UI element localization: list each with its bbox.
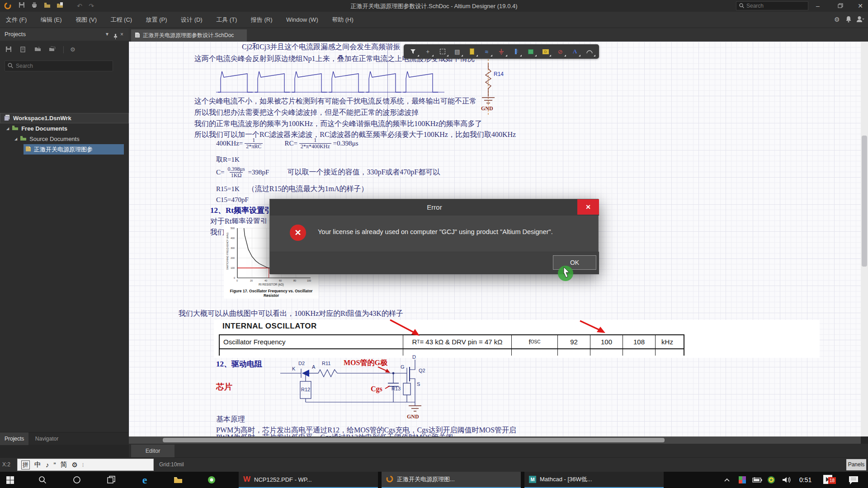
selection-icon[interactable] — [436, 46, 449, 57]
task-view-icon[interactable] — [101, 472, 121, 488]
cortana-icon[interactable] — [67, 472, 87, 488]
error-dialog: Error ✕ ✕ Your license is already used o… — [269, 199, 599, 274]
start-button[interactable] — [0, 472, 20, 488]
user-icon[interactable] — [856, 16, 865, 24]
action-center-icon[interactable] — [844, 472, 863, 488]
horizontal-scrollbar-thumb[interactable] — [163, 438, 665, 442]
filter-icon[interactable] — [406, 46, 420, 57]
tree-item-source-documents[interactable]: ◢ Source Documents — [0, 134, 129, 144]
part-icon[interactable] — [524, 46, 538, 57]
close-panel-icon[interactable]: × — [120, 28, 123, 41]
svg-text:400: 400 — [231, 237, 235, 239]
net-label-icon[interactable]: D — [539, 46, 552, 57]
tree-item-workspace[interactable]: Workspace1.DsnWrk — [0, 113, 129, 123]
formula-c: C= 0.398μs1KΩ =398pF 可以取一个接近的容值，330pF或者4… — [216, 166, 440, 178]
ime-more-icon[interactable]: ⁞ — [82, 462, 84, 468]
ime-lang-icon[interactable]: 中 — [34, 460, 41, 469]
browser-360-icon[interactable] — [202, 472, 222, 488]
gate-drive-circuit: K D2 A R11 R12 D G Q2 R13 S GND MOS管的G极 … — [271, 355, 452, 424]
altium-notification-icon[interactable]: 18 — [819, 472, 837, 488]
taskbar-app-altium[interactable]: 正激开关电源原理图... — [382, 472, 521, 488]
undo-icon[interactable]: ↶ — [75, 2, 84, 10]
import-document-icon[interactable] — [55, 2, 64, 10]
panels-button[interactable]: Panels — [846, 459, 866, 470]
clock[interactable]: 0:51 — [799, 472, 811, 488]
ok-button[interactable]: OK — [553, 255, 596, 270]
ime-simplified-icon[interactable]: 简 — [61, 460, 67, 469]
menu-tools[interactable]: 工具 (T) — [210, 12, 243, 28]
expand-icon[interactable]: ◢ — [14, 137, 17, 141]
horizontal-scrollbar[interactable] — [129, 436, 861, 444]
close-button[interactable]: ✕ — [853, 1, 868, 11]
component-icon[interactable] — [465, 46, 479, 57]
open-folder-icon[interactable] — [42, 2, 52, 10]
chevron-down-icon[interactable]: ▼ — [105, 28, 109, 41]
tree-item-active-document[interactable]: 正激开关电源原理图参 — [24, 144, 124, 155]
print-icon[interactable] — [30, 2, 39, 10]
expand-icon[interactable]: ◢ — [6, 127, 9, 131]
table-row-clipped — [219, 349, 684, 356]
vertical-scrollbar[interactable] — [861, 42, 868, 436]
panel-open-icon[interactable] — [34, 46, 42, 53]
ime-toolbar[interactable]: 拼 中 ♪ ” 简 ⚙ ⁞ — [17, 459, 154, 471]
panel-save-icon[interactable] — [5, 46, 14, 53]
vertical-scrollbar-thumb[interactable] — [862, 136, 867, 267]
menu-edit[interactable]: 编辑 (E) — [35, 12, 68, 28]
ime-settings-icon[interactable]: ⚙ — [72, 461, 78, 469]
gear-icon[interactable]: ⚙ — [834, 16, 840, 23]
tray-antivirus-icon[interactable] — [764, 472, 778, 488]
redo-icon[interactable]: ↷ — [87, 2, 96, 10]
tab-editor[interactable]: Editor — [131, 445, 175, 457]
minimize-button[interactable]: – — [810, 1, 826, 11]
a-label: A — [312, 364, 316, 370]
projects-search-input[interactable] — [16, 63, 97, 69]
menu-place[interactable]: 放置 (P) — [140, 12, 173, 28]
ime-punct-icon[interactable]: ♪ — [46, 461, 49, 469]
taskbar-app-wps[interactable]: W NCP1252.PDF - WP... — [239, 472, 378, 488]
search-input[interactable] — [746, 3, 796, 9]
titlebar-search[interactable] — [736, 1, 808, 10]
tab-projects[interactable]: Projects — [0, 432, 28, 445]
volume-icon[interactable] — [778, 472, 795, 488]
taskbar-search-icon[interactable] — [33, 472, 52, 488]
error-icon: ✕ — [290, 225, 306, 241]
panel-compile-icon[interactable] — [20, 46, 28, 53]
tray-app-icon[interactable] — [735, 472, 750, 488]
power-port-icon[interactable] — [495, 46, 508, 57]
tab-navigator[interactable]: Navigator — [31, 432, 63, 445]
tray-chevron-icon[interactable] — [720, 472, 734, 488]
text-string-icon[interactable]: A — [568, 46, 582, 57]
pin-icon[interactable] — [113, 31, 118, 44]
dialog-close-button[interactable]: ✕ — [577, 199, 599, 215]
schematic-doc-icon — [25, 146, 31, 153]
edge-icon[interactable]: e — [135, 472, 155, 488]
menu-reports[interactable]: 报告 (R) — [245, 12, 278, 28]
panel-folders-icon[interactable] — [49, 46, 57, 53]
save-icon[interactable] — [17, 2, 26, 10]
panel-settings-icon[interactable]: ⚙ — [70, 46, 78, 53]
ime-quote-icon[interactable]: ” — [54, 461, 56, 469]
sheet-icon[interactable]: ▤ — [451, 46, 464, 57]
arc-icon[interactable] — [583, 46, 596, 57]
document-tab[interactable]: 正激开关电源原理图参数设计.SchDoc — [131, 29, 247, 42]
bus-icon[interactable]: ≈ — [480, 46, 494, 57]
taskbar-app-mathcad[interactable]: M Mathcad - [36W低... — [524, 472, 664, 488]
menu-help[interactable]: 帮助 (H) — [326, 12, 359, 28]
active-document-label: 正激开关电源原理图参 — [34, 145, 93, 154]
menu-window[interactable]: Window (W) — [280, 12, 324, 28]
restore-button[interactable] — [833, 1, 848, 11]
doc-text: Cj2和Cj3并且这个电流跟漏感之间会发生高频谐振 — [242, 42, 400, 52]
place-wire-icon[interactable]: ＋ — [421, 46, 435, 57]
menu-view[interactable]: 视图 (V) — [70, 12, 103, 28]
tree-item-free-documents[interactable]: ◢ Free Documents — [0, 123, 129, 134]
probe-icon[interactable] — [509, 46, 523, 57]
menu-design[interactable]: 设计 (D) — [175, 12, 208, 28]
bell-icon[interactable] — [845, 16, 852, 24]
file-explorer-icon[interactable] — [168, 472, 188, 488]
projects-search[interactable] — [5, 61, 113, 71]
menu-file[interactable]: 文件 (F) — [0, 12, 33, 28]
menu-project[interactable]: 工程 (C) — [104, 12, 138, 28]
ime-mode-icon[interactable]: 拼 — [21, 460, 30, 469]
no-erc-icon[interactable]: ⊘ — [553, 46, 567, 57]
battery-icon[interactable] — [750, 472, 765, 488]
